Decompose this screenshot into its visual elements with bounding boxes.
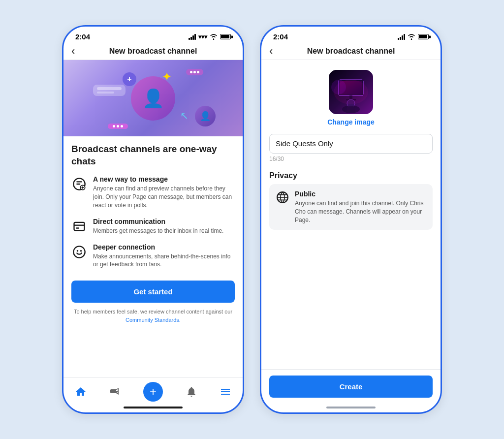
gamer-scene — [329, 70, 373, 114]
wifi-icon-2 — [408, 34, 415, 40]
page-title-2: New broadcast channel — [307, 47, 395, 56]
phone2-content: Change image 16/30 Privacy — [261, 60, 441, 412]
nav-bell[interactable] — [186, 386, 197, 398]
hero-arrow-icon: ↖ — [180, 110, 189, 122]
hero-plus-icon: + — [123, 72, 136, 86]
channel-name-field[interactable] — [269, 134, 433, 154]
nav-menu[interactable] — [220, 386, 231, 398]
signal-icon-2 — [398, 34, 405, 40]
connection-feature-icon — [71, 244, 87, 260]
battery-icon — [220, 34, 231, 39]
header-2: ‹ New broadcast channel — [261, 43, 441, 60]
status-bar-2: 2:04 — [261, 27, 441, 43]
channel-name-input[interactable] — [276, 139, 426, 148]
wifi-icon-svg — [210, 34, 218, 40]
hero-main-circle: 👤 — [131, 76, 175, 121]
nav-plus-button[interactable]: + — [143, 382, 163, 402]
nav-megaphone[interactable] — [109, 386, 121, 398]
privacy-option-public[interactable]: Public Anyone can find and join this cha… — [269, 184, 433, 230]
create-btn-wrapper: Create — [261, 369, 441, 404]
back-button-2[interactable]: ‹ — [269, 45, 273, 58]
char-count: 16/30 — [261, 154, 441, 167]
status-time-1: 2:04 — [75, 32, 90, 41]
hero-banner: + ✦ 👤 👤 ↖ — [63, 60, 243, 136]
status-icons-2 — [398, 34, 429, 40]
svg-point-16 — [331, 80, 346, 94]
feature-item-2: Direct communication Members get message… — [71, 218, 235, 235]
status-icons-1: ▾▾▾ — [189, 33, 231, 40]
privacy-title: Privacy — [269, 171, 433, 180]
privacy-text: Public Anyone can find and join this cha… — [295, 190, 426, 224]
main-content-1: Broadcast channels are one-way chats A n… — [63, 136, 243, 377]
hero-message-icon — [186, 69, 203, 75]
feature-item-1: A new way to message Anyone can find and… — [71, 175, 235, 209]
change-image-link[interactable]: Change image — [327, 118, 375, 126]
battery-icon-2 — [418, 34, 429, 39]
get-started-button[interactable]: Get started — [71, 281, 235, 303]
svg-point-4 — [77, 250, 79, 251]
image-section: Change image — [261, 60, 441, 132]
nav-home[interactable] — [75, 386, 87, 398]
plus-icon: + — [150, 386, 157, 398]
status-bar-1: 2:04 ▾▾▾ — [63, 27, 243, 43]
broadcast-title: Broadcast channels are one-way chats — [71, 143, 235, 167]
message-feature-icon — [71, 176, 87, 192]
home-indicator-2 — [326, 407, 376, 408]
feature-text-3: Deeper connection Make announcements, sh… — [93, 243, 235, 269]
wifi-icon: ▾▾▾ — [198, 33, 207, 40]
feature-text-1: A new way to message Anyone can find and… — [93, 175, 235, 209]
disclaimer-text: To help members feel safe, we review cha… — [71, 308, 235, 324]
svg-rect-2 — [74, 222, 85, 230]
phone1-content: + ✦ 👤 👤 ↖ Broadcast channels are one-way… — [63, 60, 243, 412]
svg-point-3 — [73, 246, 85, 257]
header-1: ‹ New broadcast channel — [63, 43, 243, 60]
community-standards-link[interactable]: Community Standards. — [126, 317, 181, 323]
bottom-nav: + — [63, 377, 243, 404]
feature-text-2: Direct communication Members get message… — [93, 218, 223, 235]
inbox-feature-icon — [71, 219, 87, 234]
status-time-2: 2:04 — [273, 32, 288, 41]
svg-rect-14 — [347, 106, 355, 112]
hero-user-icon: 👤 — [142, 88, 164, 109]
phone-1: 2:04 ▾▾▾ ‹ New broadcast channel — [62, 25, 244, 414]
public-icon — [276, 191, 289, 207]
channel-image-inner — [329, 70, 373, 114]
page-title-1: New broadcast channel — [109, 47, 197, 56]
hero-deco-card — [93, 85, 126, 96]
hero-bottom-dots — [108, 124, 128, 129]
phone-2: 2:04 ‹ New broadcast channel — [260, 25, 442, 414]
channel-image[interactable] — [329, 70, 373, 114]
create-button[interactable]: Create — [269, 376, 433, 398]
feature-item-3: Deeper connection Make announcements, sh… — [71, 243, 235, 269]
signal-icon — [189, 34, 196, 40]
home-indicator-1 — [124, 407, 183, 408]
back-button-1[interactable]: ‹ — [71, 45, 75, 58]
privacy-section: Privacy Public Anyone can find and join … — [261, 167, 441, 238]
hero-person-icon: 👤 — [195, 106, 216, 126]
svg-point-5 — [80, 250, 82, 251]
